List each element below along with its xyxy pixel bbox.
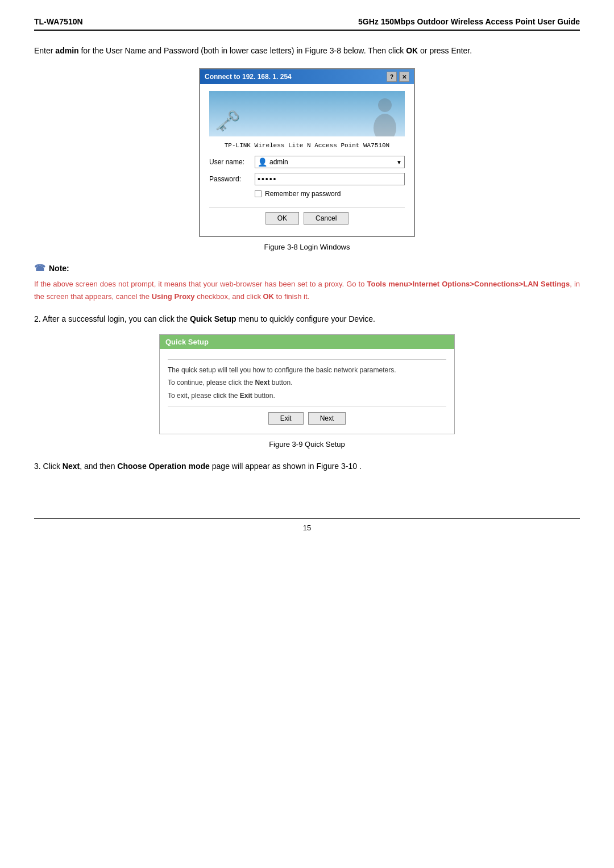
intro-rest: for the User Name and Password (both in … xyxy=(79,46,406,55)
header-model: TL-WA7510N xyxy=(34,17,83,26)
dialog-title: Connect to 192. 168. 1. 254 xyxy=(205,73,292,81)
username-dropdown-arrow[interactable]: ▼ xyxy=(396,159,402,165)
dialog-titlebar: Connect to 192. 168. 1. 254 ? ✕ xyxy=(200,69,414,84)
username-row: User name: 👤 admin ▼ xyxy=(209,156,405,168)
dialog-help-button[interactable]: ? xyxy=(387,72,397,82)
intro-bold: admin xyxy=(55,46,78,55)
qs-line2: To continue, please click the Next butto… xyxy=(168,377,446,388)
cancel-button[interactable]: Cancel xyxy=(304,212,349,225)
intro-text: Enter xyxy=(34,46,55,55)
password-input[interactable]: ••••• xyxy=(255,173,405,185)
username-value: admin xyxy=(269,158,394,166)
quick-setup-box: Quick Setup The quick setup will tell yo… xyxy=(159,334,455,434)
dialog-buttons-row: OK Cancel xyxy=(209,207,405,229)
dialog-titlebar-buttons: ? ✕ xyxy=(387,72,409,82)
password-value: ••••• xyxy=(258,175,277,184)
dialog-banner: 🗝️ xyxy=(209,91,405,136)
ok-button[interactable]: OK xyxy=(265,212,299,225)
intro-ok: OK xyxy=(406,46,418,55)
remember-row: Remember my password xyxy=(255,190,405,198)
qs-next-button[interactable]: Next xyxy=(308,412,346,425)
quick-setup-body: The quick setup will tell you how to con… xyxy=(160,349,454,434)
header-title: 5GHz 150Mbps Outdoor Wireless Access Poi… xyxy=(358,17,580,26)
password-row: Password: ••••• xyxy=(209,173,405,185)
item3-paragraph: 3. Click Next, and then Choose Operation… xyxy=(34,460,580,472)
dialog-close-button[interactable]: ✕ xyxy=(399,72,409,82)
note-text: If the above screen does not prompt, it … xyxy=(34,278,580,303)
note-label: ☎ Note: xyxy=(34,263,580,273)
note-phone-icon: ☎ xyxy=(34,263,45,273)
quick-setup-header: Quick Setup xyxy=(160,335,454,349)
item2-paragraph: 2. After a successful login, you can cli… xyxy=(34,313,580,325)
svg-point-0 xyxy=(378,98,392,112)
page-header: TL-WA7510N 5GHz 150Mbps Outdoor Wireless… xyxy=(34,17,580,31)
dialog-product-name: TP-LINK Wireless Lite N Access Point WA7… xyxy=(209,142,405,149)
qs-exit-button[interactable]: Exit xyxy=(268,412,304,425)
dialog-content: 🗝️ TP-LINK Wireless Lite N Access Point … xyxy=(200,84,414,236)
qs-line3: To exit, please click the Exit button. xyxy=(168,390,446,401)
qs-line1: The quick setup will tell you how to con… xyxy=(168,364,446,376)
page-number: 15 xyxy=(303,524,311,532)
remember-label: Remember my password xyxy=(265,190,341,198)
quick-setup-container: Quick Setup The quick setup will tell yo… xyxy=(34,334,580,434)
qs-buttons-row: Exit Next xyxy=(168,406,446,428)
intro-paragraph: Enter admin for the User Name and Passwo… xyxy=(34,44,580,57)
svg-point-1 xyxy=(374,114,396,136)
qs-divider-top xyxy=(168,359,446,360)
intro-rest2: or press Enter. xyxy=(418,46,472,55)
login-dialog-container: Connect to 192. 168. 1. 254 ? ✕ 🗝️ TP-LI… xyxy=(34,68,580,237)
key-icon: 🗝️ xyxy=(215,109,240,133)
username-input[interactable]: 👤 admin ▼ xyxy=(255,156,405,168)
user-icon: 👤 xyxy=(258,157,267,167)
page-footer: 15 xyxy=(34,518,580,532)
remember-checkbox[interactable] xyxy=(255,190,262,197)
figure8-caption: Figure 3-8 Login Windows xyxy=(34,243,580,251)
username-label: User name: xyxy=(209,158,255,166)
banner-silhouette xyxy=(365,97,399,136)
figure9-caption: Figure 3-9 Quick Setup xyxy=(34,440,580,448)
login-dialog: Connect to 192. 168. 1. 254 ? ✕ 🗝️ TP-LI… xyxy=(199,68,415,237)
note-section: ☎ Note: If the above screen does not pro… xyxy=(34,263,580,303)
password-label: Password: xyxy=(209,175,255,183)
